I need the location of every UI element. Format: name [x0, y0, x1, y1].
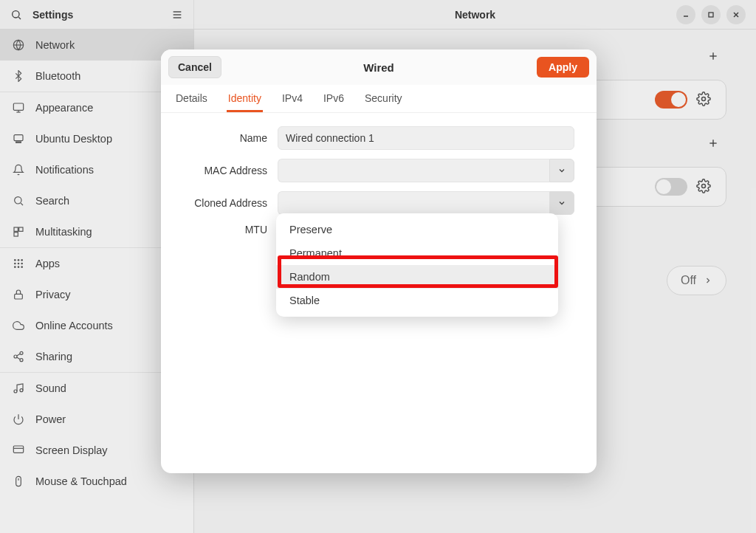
share-icon	[12, 351, 25, 362]
svg-point-33	[20, 359, 23, 362]
svg-point-36	[14, 390, 17, 393]
power-icon	[12, 413, 25, 425]
svg-rect-11	[13, 103, 23, 110]
sidebar-item-label: Apps	[35, 258, 60, 269]
svg-line-1	[18, 17, 21, 19]
search-button[interactable]	[7, 6, 25, 24]
mac-dropdown-button[interactable]	[549, 159, 574, 182]
dropdown-option-random[interactable]: Random	[276, 265, 558, 289]
dialog-tabs: DetailsIdentityIPv4IPv6Security	[161, 85, 597, 113]
tab-details[interactable]: Details	[174, 85, 209, 112]
gear-icon	[696, 92, 711, 106]
search-icon	[10, 9, 22, 21]
tab-identity[interactable]: Identity	[227, 85, 263, 112]
tab-security[interactable]: Security	[363, 85, 404, 112]
svg-rect-39	[13, 446, 23, 453]
settings-title: Settings	[32, 9, 73, 21]
sidebar-item-label: Ubuntu Desktop	[35, 133, 112, 145]
wired-settings-button[interactable]	[696, 92, 712, 108]
mouse-icon	[12, 475, 25, 487]
svg-point-32	[14, 355, 17, 358]
name-input[interactable]: Wired connection 1	[278, 126, 574, 150]
svg-rect-15	[16, 142, 21, 142]
svg-rect-30	[15, 294, 23, 299]
windows-icon	[12, 226, 25, 238]
svg-point-45	[702, 97, 706, 101]
add-wired-button[interactable]	[704, 47, 722, 65]
sidebar-item-label: Network	[35, 39, 75, 51]
hamburger-button[interactable]	[168, 6, 186, 24]
svg-point-26	[21, 263, 23, 265]
tab-ipv6[interactable]: IPv6	[322, 85, 346, 112]
plus-icon	[707, 50, 719, 62]
vpn-settings-button[interactable]	[696, 179, 712, 195]
apply-button[interactable]: Apply	[537, 57, 589, 78]
dialog-header: Cancel Wired Apply	[161, 49, 597, 85]
svg-rect-14	[14, 135, 23, 141]
dropdown-option-stable[interactable]: Stable	[276, 289, 558, 312]
mac-combo[interactable]	[278, 159, 574, 182]
topbar-left: Settings	[0, 0, 194, 29]
svg-point-28	[18, 266, 20, 268]
chevron-right-icon	[704, 276, 712, 285]
sidebar-item-label: Multitasking	[35, 226, 92, 238]
plus-icon	[707, 137, 719, 149]
gear-icon	[696, 179, 711, 193]
topbar-right: Network	[194, 0, 756, 29]
sidebar-item-label: Power	[35, 413, 66, 425]
svg-rect-41	[16, 476, 21, 486]
bluetooth-icon	[12, 70, 25, 82]
svg-line-17	[21, 203, 23, 205]
proxy-row[interactable]: Off	[667, 266, 726, 295]
svg-rect-20	[14, 233, 18, 236]
desktop-icon	[12, 133, 25, 145]
svg-rect-18	[14, 227, 18, 231]
cancel-button[interactable]: Cancel	[168, 56, 221, 78]
svg-point-23	[21, 259, 23, 261]
label-name: Name	[183, 132, 278, 144]
sidebar-item-label: Bluetooth	[35, 70, 80, 82]
cloned-dropdown-button[interactable]	[549, 191, 574, 215]
chevron-down-icon	[557, 166, 566, 175]
wired-toggle[interactable]	[655, 91, 687, 109]
sidebar-item-label: Search	[35, 195, 69, 207]
add-vpn-button[interactable]	[704, 134, 722, 152]
grid-icon	[12, 258, 25, 269]
hamburger-icon	[171, 9, 183, 21]
svg-point-16	[15, 197, 21, 204]
sidebar-item-label: Sound	[35, 382, 66, 394]
topbar: Settings Network	[0, 0, 756, 30]
mac-value	[278, 159, 549, 182]
label-mac: MAC Address	[183, 165, 278, 176]
dropdown-option-permanent[interactable]: Permanent	[276, 241, 558, 265]
sidebar-item-label: Sharing	[35, 351, 72, 362]
svg-point-29	[21, 266, 23, 268]
svg-rect-19	[19, 227, 23, 231]
svg-line-34	[17, 357, 21, 360]
globe-icon	[12, 39, 25, 51]
label-mtu: MTU	[183, 224, 278, 235]
cloud-icon	[12, 320, 25, 331]
tab-ipv4[interactable]: IPv4	[281, 85, 304, 112]
svg-point-27	[14, 266, 16, 268]
vpn-toggle[interactable]	[655, 178, 687, 196]
svg-point-37	[20, 389, 23, 392]
svg-point-22	[18, 259, 20, 261]
svg-point-25	[18, 263, 20, 265]
cloned-value	[278, 191, 549, 215]
svg-line-35	[17, 354, 21, 356]
search-icon	[12, 195, 25, 207]
music-icon	[12, 382, 25, 394]
bell-icon	[12, 164, 25, 176]
monitor-icon	[12, 444, 25, 456]
cloned-combo[interactable]	[278, 191, 574, 215]
sidebar-item-label: Screen Display	[35, 444, 108, 456]
sidebar-item-label: Notifications	[35, 164, 94, 176]
label-cloned: Cloned Address	[183, 197, 278, 209]
cloned-dropdown: PreservePermanentRandomStable	[276, 213, 558, 317]
page-title: Network	[194, 9, 756, 21]
svg-point-0	[13, 10, 19, 17]
display-icon	[12, 102, 25, 114]
dropdown-option-preserve[interactable]: Preserve	[276, 218, 558, 241]
proxy-off-label: Off	[681, 274, 696, 287]
